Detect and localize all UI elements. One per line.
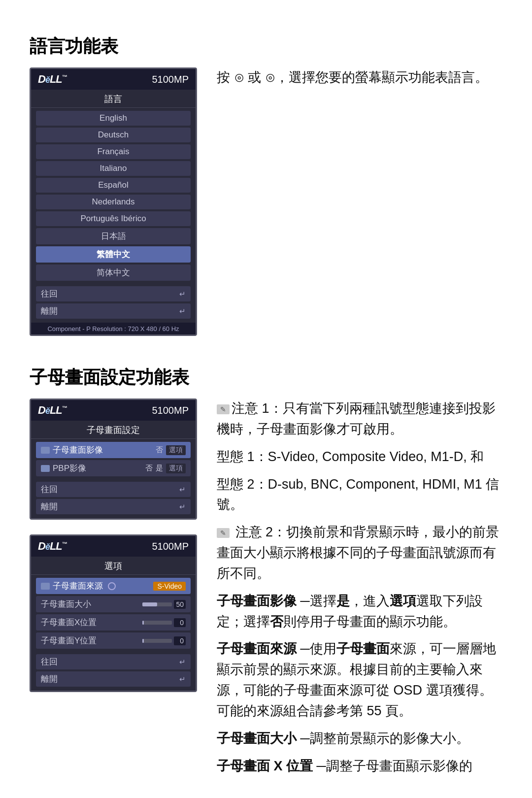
language-exit[interactable]: 離開 ↵ bbox=[36, 303, 191, 319]
pip-source-icon bbox=[41, 583, 50, 590]
pip-xpos-track bbox=[142, 621, 172, 625]
pip-desc-xpos: 子母畫面 X 位置 ─調整子母畫面顯示影像的 bbox=[217, 756, 502, 777]
pip-image-left: 子母畫面影像 bbox=[41, 444, 103, 456]
language-back[interactable]: 往回 ↵ bbox=[36, 286, 191, 301]
lang-english[interactable]: English bbox=[36, 111, 191, 126]
language-status: Component - P Resolution : 720 X 480 / 6… bbox=[31, 323, 196, 334]
pip-osd-top: DěLL™ 5100MP 子母畫面設定 子母畫面影像 否 選項 bbox=[30, 399, 197, 520]
pip-ypos-number: 0 bbox=[174, 636, 186, 645]
pip-desc-size: 子母畫面大小 ─調整前景顯示的影像大小。 bbox=[217, 729, 502, 749]
pip-menu-title-bottom: 選項 bbox=[31, 557, 196, 575]
pip-image-row[interactable]: 子母畫面影像 否 選項 bbox=[36, 442, 191, 458]
pip-osd-bottom: DěLL™ 5100MP 選項 子母畫面來源 S-Video bbox=[30, 534, 197, 692]
pip-image-values: 否 選項 bbox=[156, 445, 186, 455]
language-items: English Deutsch Français Italiano Españo… bbox=[31, 108, 196, 284]
pbp-image-icon bbox=[41, 465, 50, 472]
pip-back-bottom[interactable]: 往回 ↵ bbox=[36, 654, 191, 669]
osd-header: DěLL™ 5100MP bbox=[31, 69, 196, 90]
pip-xpos-number: 0 bbox=[174, 618, 186, 627]
section2-row: DěLL™ 5100MP 子母畫面設定 子母畫面影像 否 選項 bbox=[30, 399, 502, 784]
pip-items-top: 子母畫面影像 否 選項 PBP影像 否 bbox=[31, 439, 196, 479]
pip-size-label: 子母畫面大小 bbox=[41, 598, 91, 610]
pip-xpos-label: 子母畫面X位置 bbox=[41, 617, 97, 628]
pip-ypos-bar: 0 bbox=[142, 636, 186, 645]
pip-exit-label2: 離開 bbox=[41, 673, 58, 685]
section2-description: ✎注意 1：只有當下列兩種訊號型態連接到投影機時，子母畫面影像才可啟用。 型態 … bbox=[217, 399, 502, 784]
note1-icon: ✎ bbox=[217, 404, 230, 414]
pip-size-row[interactable]: 子母畫面大小 50 bbox=[36, 596, 191, 612]
pbp-yes: 是 bbox=[156, 464, 163, 473]
pip-ypos-row[interactable]: 子母畫面Y位置 0 bbox=[36, 632, 191, 649]
language-menu-title: 語言 bbox=[31, 90, 196, 108]
pip-exit-icon2: ↵ bbox=[179, 675, 186, 684]
lang-deutsch[interactable]: Deutsch bbox=[36, 128, 191, 142]
lang-italiano[interactable]: Italiano bbox=[36, 161, 191, 176]
pip-no-bold: 否 bbox=[270, 614, 283, 629]
back-icon: ↵ bbox=[179, 290, 186, 299]
pip-source-label: 子母畫面來源 bbox=[53, 580, 103, 592]
pip-type2: 型態 2：D-sub, BNC, Component, HDMI, M1 信號。 bbox=[217, 474, 502, 516]
pip-footer-top: 往回 ↵ 離開 ↵ bbox=[31, 479, 196, 518]
pbp-image-values: 否 是 選項 bbox=[145, 464, 186, 473]
pip-image-bold: 子母畫面影像 ─ bbox=[217, 594, 310, 608]
pip-exit-top[interactable]: 離開 ↵ bbox=[36, 499, 191, 514]
pip-source-left: 子母畫面來源 bbox=[41, 580, 116, 592]
pip-exit-bottom[interactable]: 離開 ↵ bbox=[36, 671, 191, 687]
exit-label: 離開 bbox=[41, 305, 58, 317]
language-footer: 往回 ↵ 離開 ↵ bbox=[31, 284, 196, 323]
pip-type1: 型態 1：S-Video, Composite Video, M1-D, 和 bbox=[217, 447, 502, 467]
pbp-options: 選項 bbox=[166, 464, 186, 473]
pip-back-icon: ↵ bbox=[179, 485, 186, 494]
pip-items-bottom: 子母畫面來源 S-Video 子母畫面大小 50 bbox=[31, 575, 196, 652]
pip-menu-title-top: 子母畫面設定 bbox=[31, 421, 196, 439]
back-label: 往回 bbox=[41, 288, 58, 299]
pip-source-row[interactable]: 子母畫面來源 S-Video bbox=[36, 578, 191, 594]
page: 語言功能表 DěLL™ 5100MP 語言 English Deutsch Fr… bbox=[0, 0, 532, 798]
dell-logo: DěLL™ bbox=[38, 73, 67, 86]
pip-image-icon bbox=[41, 447, 50, 454]
logo-tm-pip2: ™ bbox=[62, 541, 67, 547]
pip-note2: ✎ 注意 2：切換前景和背景顯示時，最小的前景畫面大小顯示將根據不同的子母畫面訊… bbox=[217, 522, 502, 584]
pip-source-bold2: 子母畫面 bbox=[336, 641, 390, 656]
pip-back-label2: 往回 bbox=[41, 656, 58, 667]
pbp-image-row[interactable]: PBP影像 否 是 選項 bbox=[36, 460, 191, 476]
dell-logo-pip2: DěLL™ bbox=[38, 540, 67, 553]
section1-title: 語言功能表 bbox=[30, 34, 502, 59]
pip-xpos-row[interactable]: 子母畫面X位置 0 bbox=[36, 614, 191, 631]
pip-exit-label: 離開 bbox=[41, 501, 58, 512]
dell-logo-pip: DěLL™ bbox=[38, 404, 67, 417]
pip-back-top[interactable]: 往回 ↵ bbox=[36, 482, 191, 497]
section1-row: DěLL™ 5100MP 語言 English Deutsch Français… bbox=[30, 67, 502, 336]
lang-nederlands[interactable]: Nederlands bbox=[36, 195, 191, 209]
lang-simplified-chinese[interactable]: 简体中文 bbox=[36, 265, 191, 281]
pip-xpos-bold: 子母畫面 X 位置 ─ bbox=[217, 759, 326, 773]
logo-tm-pip: ™ bbox=[62, 405, 67, 411]
exit-icon: ↵ bbox=[179, 307, 186, 316]
pip-image-no: 否 bbox=[156, 445, 163, 455]
pip-back-label: 往回 bbox=[41, 484, 58, 495]
lang-japanese[interactable]: 日本語 bbox=[36, 228, 191, 244]
pip-footer-bottom: 往回 ↵ 離開 ↵ bbox=[31, 652, 196, 691]
pip-osd-stack: DěLL™ 5100MP 子母畫面設定 子母畫面影像 否 選項 bbox=[30, 399, 197, 692]
pip-model-bottom: 5100MP bbox=[152, 541, 189, 552]
pip-size-bar: 50 bbox=[142, 600, 186, 609]
pip-source-dot bbox=[108, 582, 116, 590]
pip-source-bold: 子母畫面來源 ─ bbox=[217, 641, 310, 656]
pip-header-bottom: DěLL™ 5100MP bbox=[31, 536, 196, 557]
lang-traditional-chinese[interactable]: 繁體中文 bbox=[36, 246, 191, 263]
lang-francais[interactable]: Français bbox=[36, 144, 191, 159]
pip-exit-icon: ↵ bbox=[179, 502, 186, 511]
pip-ypos-label: 子母畫面Y位置 bbox=[41, 635, 97, 646]
pip-desc-image: 子母畫面影像 ─選擇是，進入選項選取下列設定；選擇否則停用子母畫面的顯示功能。 bbox=[217, 591, 502, 632]
pip-header-top: DěLL™ 5100MP bbox=[31, 400, 196, 421]
pip-options-bold: 選項 bbox=[390, 594, 416, 608]
lang-espanol[interactable]: Español bbox=[36, 178, 191, 193]
pbp-no: 否 bbox=[145, 464, 153, 473]
lang-portuguese[interactable]: Português Ibérico bbox=[36, 211, 191, 226]
pip-size-fill bbox=[142, 602, 157, 606]
pip-image-label: 子母畫面影像 bbox=[53, 444, 103, 456]
pip-source-value: S-Video bbox=[153, 582, 186, 591]
pip-model-top: 5100MP bbox=[152, 405, 189, 416]
pbp-image-left: PBP影像 bbox=[41, 463, 86, 474]
pip-xpos-bar: 0 bbox=[142, 618, 186, 627]
